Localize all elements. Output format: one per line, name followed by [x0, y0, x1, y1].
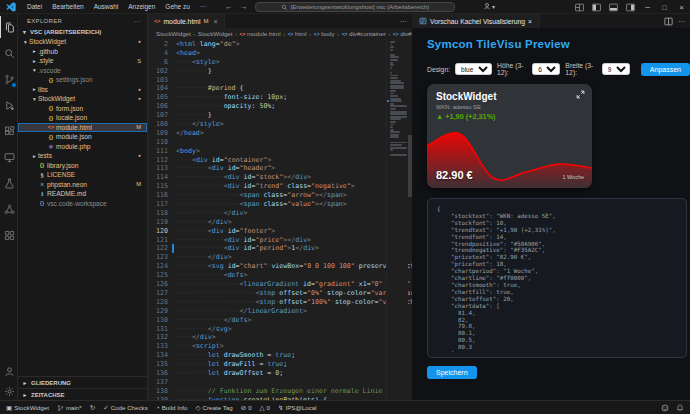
breadcrumb-item[interactable]: module.html: [247, 30, 281, 37]
code-line-2[interactable]: 2<html·lang="de">: [148, 40, 386, 49]
breadcrumb-item[interactable]: body: [321, 30, 334, 37]
panel-actions-more[interactable]: ···: [678, 18, 685, 25]
settings-gear-icon[interactable]: [0, 380, 18, 402]
split-editor-icon[interactable]: [664, 17, 673, 26]
nav-forward-icon[interactable]: →: [240, 3, 247, 10]
code-line-110[interactable]: 110: [148, 138, 386, 147]
code-line-138[interactable]: 138········// Funktion zum Erzeugen eine…: [148, 387, 386, 396]
status-remote-stockwidget[interactable]: ▣StockWidget: [6, 404, 49, 412]
apply-button[interactable]: Anpassen: [641, 63, 690, 76]
tree-item-phpstan-neon[interactable]: ≡phpstan.neonM: [18, 180, 147, 190]
code-line-136[interactable]: 136········let·drawOffset·=·0;: [148, 369, 386, 378]
status-warnings-0[interactable]: △0: [260, 404, 270, 412]
bell-icon[interactable]: [676, 404, 684, 412]
tree-item-tests[interactable]: ▸tests●: [18, 151, 147, 161]
tree-item-module-json[interactable]: {}module.json: [18, 132, 147, 142]
code-line-137[interactable]: 137: [148, 378, 386, 387]
outline-section[interactable]: ▸ GLIEDERUNG: [18, 376, 147, 388]
custom-grid-icon[interactable]: [0, 224, 18, 246]
code-line-104[interactable]: 104········#period·{: [148, 84, 386, 93]
status-errors-0[interactable]: ⊘0: [241, 404, 252, 412]
minimize-button[interactable]: ─: [639, 0, 656, 14]
tree-item-settings-json[interactable]: {}settings.json: [18, 75, 147, 85]
breadcrumb[interactable]: StockWidget›StockWidget›<>module.html›<>…: [148, 28, 412, 39]
code-line-120[interactable]: 120········<div·id="footer">: [148, 227, 386, 236]
source-control-icon[interactable]: [0, 68, 18, 90]
code-line-134[interactable]: 134········let·drawSmooth·=·true;: [148, 351, 386, 360]
menu-anzeigen[interactable]: Anzeigen: [123, 3, 160, 10]
menu-bearbeiten[interactable]: Bearbeiten: [47, 3, 88, 10]
code-line-105[interactable]: 105············font-size:·10px;: [148, 93, 386, 102]
extensions-icon[interactable]: [0, 120, 18, 142]
tab-vorschau-kachel[interactable]: Vorschau Kachel Visualisierung ×: [412, 14, 540, 28]
toggle-secondary-sidebar-icon[interactable]: [622, 0, 639, 14]
width-select[interactable]: 9: [602, 63, 630, 75]
tree-item-module-html[interactable]: <>module.htmlM: [18, 123, 147, 133]
code-line-118[interactable]: 118············</div>: [148, 209, 386, 218]
design-select[interactable]: blue: [455, 63, 492, 75]
menu-gehe-zu[interactable]: Gehe zu: [160, 3, 195, 10]
run-debug-icon[interactable]: [0, 94, 18, 116]
code-line-119[interactable]: 119········</div>: [148, 218, 386, 227]
code-line-122[interactable]: 122············<div·id="period">1</div>: [148, 244, 386, 253]
code-line-135[interactable]: 135········let·drawFill·=·true;: [148, 360, 386, 369]
code-line-129[interactable]: 129················</linearGradient>: [148, 307, 386, 316]
code-line-125[interactable]: 125············<defs>: [148, 271, 386, 280]
testing-icon[interactable]: [0, 172, 18, 194]
profile-button[interactable]: ▾: [483, 2, 495, 10]
feedback-icon[interactable]: [661, 404, 669, 412]
code-line-109[interactable]: 109</head>: [148, 129, 386, 138]
status-history-build-info[interactable]: ◔Build Info: [156, 404, 188, 411]
code-line-116[interactable]: 116················<span·class="arrow"><…: [148, 191, 386, 200]
explorer-icon[interactable]: [0, 16, 18, 38]
status-sync[interactable]: ↻: [90, 404, 95, 412]
minimap[interactable]: [386, 39, 408, 400]
command-center-search[interactable]: [Erweiterungsentwicklungshost] vsc (Arbe…: [255, 2, 455, 12]
stock-widget-card[interactable]: StockWidget WKN: adesso SE ▲ +1,90 (+2,3…: [427, 84, 592, 188]
timeline-section[interactable]: ▸ ZEITACHSE: [18, 388, 147, 400]
toggle-panel-icon[interactable]: [605, 0, 622, 14]
code-line-117[interactable]: 117················<span·class="value"><…: [148, 200, 386, 209]
tree-item--github[interactable]: ▸.github: [18, 47, 147, 57]
code-line-132[interactable]: 132····</div>: [148, 333, 386, 342]
status-check-code-checks[interactable]: ✓Code Checks: [103, 404, 148, 412]
code-line-123[interactable]: 123········</div>: [148, 253, 386, 262]
workspace-root[interactable]: ▾ VSC (ARBEITSBEREICH): [18, 27, 147, 37]
status-tag-create-tag[interactable]: ◇Create Tag: [196, 404, 233, 412]
code-line-103[interactable]: 103: [148, 76, 386, 85]
height-select[interactable]: 6: [532, 63, 560, 75]
code-line-6[interactable]: 6····<style>: [148, 58, 386, 67]
nav-back-icon[interactable]: ←: [225, 3, 232, 10]
tree-item-license[interactable]: §LICENSE: [18, 170, 147, 180]
references-icon[interactable]: [0, 198, 18, 220]
code-line-126[interactable]: 126················<linearGradient·id="g…: [148, 280, 386, 289]
customize-layout-icon[interactable]: [571, 0, 588, 14]
breadcrumb-item[interactable]: StockWidget: [156, 30, 191, 37]
editor-actions-more[interactable]: ···: [400, 18, 407, 25]
code-line-106[interactable]: 106············opacity:·50%;: [148, 102, 386, 111]
toggle-sidebar-icon[interactable]: [588, 0, 605, 14]
tree-item-stockwidget[interactable]: ▾StockWidget●: [18, 94, 147, 104]
tree-item-module-php[interactable]: φmodule.php: [18, 142, 147, 152]
tree-item--style[interactable]: ▸.styleS: [18, 56, 147, 66]
code-line-133[interactable]: 133····<script>: [148, 342, 386, 351]
tree-item--vscode[interactable]: ▾.vscode: [18, 66, 147, 76]
search-icon[interactable]: [0, 42, 18, 64]
menu-auswahl[interactable]: Auswahl: [89, 3, 124, 10]
close-button[interactable]: ×: [673, 0, 690, 14]
status-branch-main-[interactable]: main*: [57, 404, 82, 412]
tree-item-library-json[interactable]: {}library.json: [18, 161, 147, 171]
maximize-button[interactable]: □: [656, 0, 673, 14]
tree-item-vsc-code-workspace[interactable]: {}vsc.code-workspace: [18, 199, 147, 209]
code-line-102[interactable]: 102········}: [148, 67, 386, 76]
code-line-108[interactable]: 108····</style>: [148, 120, 386, 129]
code-line-128[interactable]: 128····················<stop·offset="100…: [148, 298, 386, 307]
code-line-107[interactable]: 107········}: [148, 111, 386, 120]
code-line-112[interactable]: 112····<div·id="container">: [148, 156, 386, 165]
remote-explorer-icon[interactable]: [0, 146, 18, 168]
menu-datei[interactable]: Datei: [22, 3, 47, 10]
code-line-131[interactable]: 131········</svg>: [148, 325, 386, 334]
code-editor[interactable]: 2<html·lang="de">4<head>6····<style>102·…: [148, 39, 412, 400]
breadcrumb-item[interactable]: StockWidget: [198, 30, 233, 37]
tree-item-readme-md[interactable]: ℹREADME.md: [18, 189, 147, 199]
